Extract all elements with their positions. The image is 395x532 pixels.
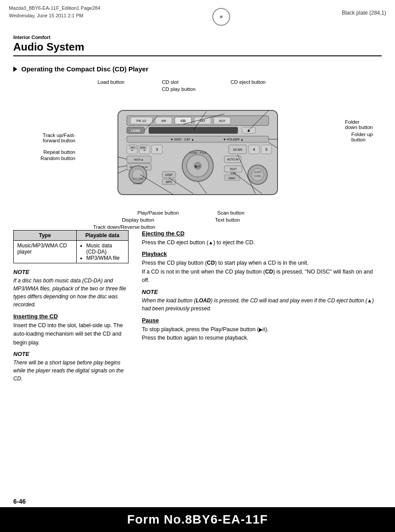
note3-text: When the load button (LOAD) is pressed, … bbox=[142, 297, 382, 313]
svg-text:LOAD: LOAD bbox=[131, 129, 140, 132]
content-columns: Type Playable data Music/MP3/WMA CD play… bbox=[13, 230, 382, 387]
svg-text:WMA: WMA bbox=[228, 177, 235, 180]
label-play-pause: Play/Pause button bbox=[137, 210, 179, 215]
label-scan-button: Scan button bbox=[217, 210, 244, 215]
note1-text: If a disc has both music data (CD-DA) an… bbox=[13, 277, 129, 309]
page-number: 6-46 bbox=[0, 496, 395, 507]
svg-text:FM 1/2: FM 1/2 bbox=[137, 119, 146, 122]
label-folder-up: Folder upbutton bbox=[351, 132, 373, 142]
svg-text:RPT: RPT bbox=[131, 146, 135, 149]
table-header-playable: Playable data bbox=[76, 231, 128, 241]
svg-text:SCAN: SCAN bbox=[233, 148, 242, 152]
playback-text: Press the CD play button (CD) to start p… bbox=[142, 259, 382, 285]
ejecting-text: Press the CD eject button (▲) to eject t… bbox=[142, 239, 382, 247]
triangle-bullet-icon bbox=[13, 66, 17, 72]
svg-text:MP3: MP3 bbox=[166, 180, 172, 184]
label-load-button: Load button bbox=[98, 79, 125, 85]
svg-text:▼ FOLDER ▲: ▼ FOLDER ▲ bbox=[223, 138, 243, 141]
page-footer: 6-46 Form No.8BY6-EA-11F bbox=[0, 496, 395, 532]
pause-heading: Pause bbox=[142, 317, 382, 324]
playback-heading: Playback bbox=[142, 250, 382, 257]
note1-heading: NOTE bbox=[13, 269, 129, 275]
svg-text:VOLUME: VOLUME bbox=[132, 177, 143, 180]
label-track-up-fast: Track up/Fast-forward button bbox=[22, 133, 75, 143]
label-cd-eject-button: CD eject button bbox=[231, 79, 266, 85]
label-text-button: Text button bbox=[215, 217, 240, 223]
svg-text:SEEK▲: SEEK▲ bbox=[134, 158, 144, 161]
svg-text:AUDIO: AUDIO bbox=[254, 171, 262, 173]
table-row: Music/MP3/WMA CD player Music data (CD-D… bbox=[14, 241, 129, 263]
cd-symbol2: CD bbox=[265, 269, 273, 275]
note2-text: There will be a short lapse before play … bbox=[13, 359, 129, 383]
table-header-type: Type bbox=[14, 231, 77, 241]
section-label: Interior Comfort bbox=[13, 35, 382, 40]
right-column: Ejecting the CD Press the CD eject butto… bbox=[142, 230, 382, 346]
svg-text:RDM: RDM bbox=[140, 146, 145, 149]
svg-text:DISP: DISP bbox=[165, 173, 172, 176]
label-random-button: Random button bbox=[22, 156, 75, 161]
svg-text:4: 4 bbox=[253, 147, 255, 152]
svg-text:AUX: AUX bbox=[219, 119, 225, 122]
label-cd-slot: CD slot bbox=[162, 79, 179, 85]
left-column: Type Playable data Music/MP3/WMA CD play… bbox=[13, 230, 129, 387]
header-line1: Mazda3_8BY6-EA-11F_Edition1 Page284 bbox=[9, 4, 100, 12]
svg-text:ESN: ESN bbox=[231, 172, 235, 175]
label-repeat-button: Repeat button bbox=[22, 149, 75, 155]
label-track-down: Track down/Reverse button bbox=[93, 224, 155, 230]
list-item: Music data (CD-DA) bbox=[86, 243, 125, 255]
header-right: Black plate (284,1) bbox=[342, 10, 386, 16]
note3-heading: NOTE bbox=[142, 289, 382, 295]
header-center bbox=[212, 8, 230, 26]
ejecting-heading: Ejecting the CD bbox=[142, 230, 382, 237]
svg-text:CODE: CODE bbox=[254, 175, 261, 177]
svg-text:CD: CD bbox=[180, 119, 186, 123]
inserting-heading: Inserting the CD bbox=[13, 313, 129, 320]
label-display-button: Display button bbox=[122, 217, 154, 223]
page-header: Mazda3_8BY6-EA-11F_Edition1 Page284 Wedn… bbox=[0, 0, 395, 28]
svg-text:AUTO-M: AUTO-M bbox=[227, 158, 239, 161]
pause-text: To stop playback, press the Play/Pause b… bbox=[142, 325, 382, 343]
cd-player-illustration: FM 1/2 AM CD SAT AUX LOAD ▲ ▼ DISC · CAT… bbox=[105, 97, 291, 203]
cd-symbol: CD bbox=[207, 260, 215, 266]
inserting-text: Insert the CD into the slot, label-side … bbox=[13, 321, 129, 347]
list-item: MP3/WMA file bbox=[86, 255, 125, 261]
svg-text:AM: AM bbox=[161, 119, 166, 122]
label-folder-down: Folderdown button bbox=[345, 119, 373, 130]
title-rule bbox=[13, 55, 382, 56]
header-circle-inner bbox=[220, 16, 223, 18]
table-cell-data: Music data (CD-DA) MP3/WMA file bbox=[76, 241, 128, 263]
header-left: Mazda3_8BY6-EA-11F_Edition1 Page284 Wedn… bbox=[9, 4, 100, 19]
load-symbol: LOAD bbox=[196, 297, 211, 304]
svg-text:3: 3 bbox=[156, 147, 158, 152]
section-title: Audio System bbox=[13, 41, 382, 53]
form-number: Form No.8BY6-EA-11F bbox=[0, 507, 395, 532]
svg-text:5: 5 bbox=[265, 147, 267, 152]
svg-text:TUNE · FILE: TUNE · FILE bbox=[189, 151, 207, 154]
header-line2: Wednesday, June 15 2011 2:1 PM bbox=[9, 12, 100, 20]
svg-text:TEXT: TEXT bbox=[229, 168, 237, 171]
table-cell-type: Music/MP3/WMA CD player bbox=[14, 241, 77, 263]
svg-text:▼ DISC · CAT ▲: ▼ DISC · CAT ▲ bbox=[170, 138, 194, 141]
svg-text:▶II: ▶II bbox=[195, 164, 200, 168]
playable-data-table: Type Playable data Music/MP3/WMA CD play… bbox=[13, 230, 129, 263]
label-cd-play-button: CD play button bbox=[162, 86, 196, 92]
diagram-area: Load button CD slot CD eject button CD p… bbox=[13, 79, 382, 230]
svg-rect-17 bbox=[127, 136, 269, 142]
header-circle-decoration bbox=[212, 8, 230, 26]
main-content: Interior Comfort Audio System Operating … bbox=[0, 28, 395, 396]
svg-text:POWER: POWER bbox=[133, 182, 142, 185]
subsection-heading: Operating the Compact Disc (CD) Player bbox=[13, 65, 382, 73]
note2-heading: NOTE bbox=[13, 351, 129, 357]
